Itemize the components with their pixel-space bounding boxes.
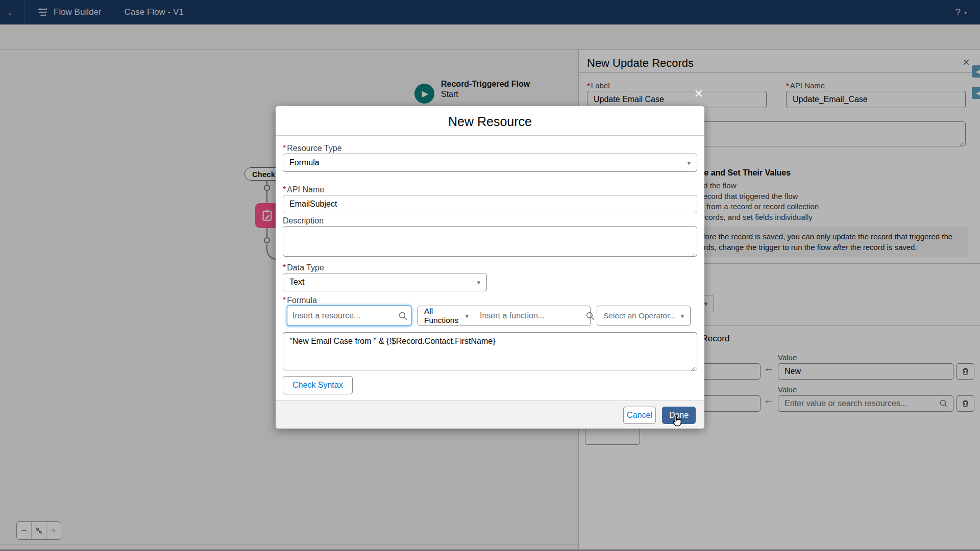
flow-builder-app: ← Flow Builder Case Flow - V1 ? ▾ ✓ Sele… [0,0,980,551]
cancel-label: Cancel [627,411,652,420]
modal-title: New Resource [276,114,704,129]
done-button[interactable]: Done [662,407,696,424]
all-functions-value: All Functions [424,307,465,325]
all-functions-dropdown[interactable]: All Functions ▾ [418,306,475,326]
insert-function-input[interactable] [480,311,585,320]
done-label: Done [669,411,689,420]
description-label: Description [283,216,324,226]
description-textarea[interactable] [283,226,697,257]
api-name-input[interactable] [283,195,697,213]
chevron-down-icon: ▾ [465,312,469,320]
modal-header-divider [276,135,704,136]
resource-type-combobox[interactable]: Formula ▾ [283,154,697,172]
formula-expression-textarea[interactable]: "New Email Case from " & {!$Record.Conta… [283,332,697,370]
cancel-button[interactable]: Cancel [623,407,656,424]
resize-handle-icon[interactable] [690,364,695,373]
search-icon [398,311,408,321]
resize-handle-icon[interactable] [690,251,695,260]
check-syntax-label: Check Syntax [292,381,343,390]
chevron-down-icon: ▾ [680,312,684,320]
insert-function-search [475,306,591,326]
insert-resource-input[interactable] [292,311,398,320]
modal-close-icon[interactable]: × [694,87,703,100]
check-syntax-button[interactable]: Check Syntax [283,376,353,394]
formula-label: *Formula [283,296,317,305]
resource-type-value: Formula [289,158,320,167]
resource-type-label: *Resource Type [283,144,342,153]
select-operator-value: Select an Operator... [603,311,676,320]
insert-resource-search [287,306,411,326]
data-type-label: *Data Type [283,263,324,272]
chevron-down-icon: ▾ [477,279,480,286]
modal-footer: Cancel Done [276,400,704,429]
data-type-value: Text [289,278,304,287]
chevron-down-icon: ▾ [687,159,691,167]
data-type-combobox[interactable]: Text ▾ [283,273,487,291]
select-operator-dropdown[interactable]: Select an Operator... ▾ [597,306,691,326]
new-resource-modal: New Resource *Resource Type Formula ▾ *A… [276,106,704,429]
search-icon [585,311,595,321]
api-name-label: *API Name [283,185,324,194]
